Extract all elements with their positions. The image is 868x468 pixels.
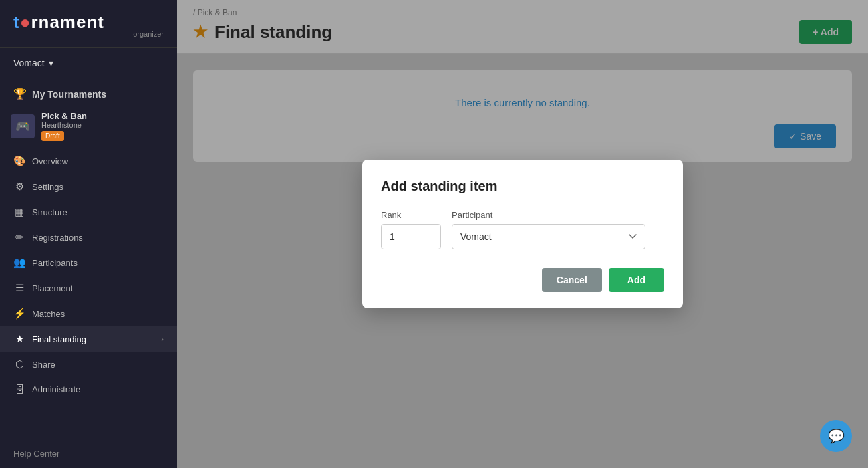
add-standing-modal: Add standing item Rank Participant Vomac… <box>362 160 683 308</box>
sidebar-item-label: Settings <box>32 182 63 192</box>
help-center-label: Help Center <box>13 449 59 459</box>
rank-field-group: Rank <box>381 210 441 249</box>
sidebar-item-label: Matches <box>32 309 65 319</box>
cancel-button[interactable]: Cancel <box>542 268 602 292</box>
chevron-right-icon: › <box>161 335 164 343</box>
participant-select[interactable]: Vomact <box>452 224 645 249</box>
administrate-icon: 🗄 <box>13 384 25 395</box>
sidebar-item-structure[interactable]: ▦ Structure <box>0 199 177 225</box>
logo: t●rnament organizer <box>0 0 177 48</box>
modal-title: Add standing item <box>381 179 664 194</box>
sidebar-item-label: Administrate <box>32 384 80 394</box>
settings-icon: ⚙ <box>13 181 25 193</box>
sidebar-item-label: Overview <box>32 156 68 166</box>
sidebar-item-matches[interactable]: ⚡ Matches <box>0 301 177 326</box>
tournament-item[interactable]: 🎮 Pick & Ban Hearthstone Draft <box>0 106 177 148</box>
my-tournaments-section: 🏆 My Tournaments <box>0 78 177 106</box>
sidebar-item-registrations[interactable]: ✏ Registrations <box>0 225 177 250</box>
modal-actions: Cancel Add <box>381 268 664 292</box>
trophy-icon: 🏆 <box>13 88 27 100</box>
sidebar-item-label: Share <box>32 360 55 370</box>
tournament-status-badge: Draft <box>41 131 64 141</box>
chevron-down-icon: ▾ <box>49 57 53 68</box>
participant-field-group: Participant Vomact <box>452 210 645 249</box>
tournament-name: Pick & Ban <box>41 111 166 121</box>
modal-fields: Rank Participant Vomact <box>381 210 664 249</box>
sidebar-item-settings[interactable]: ⚙ Settings <box>0 174 177 199</box>
tournament-game: Hearthstone <box>41 121 166 129</box>
sidebar-item-placement[interactable]: ☰ Placement <box>0 275 177 301</box>
chat-icon: 💬 <box>828 428 845 444</box>
rank-label: Rank <box>381 210 441 220</box>
cancel-label: Cancel <box>557 275 587 285</box>
logo-rest: rnament <box>31 12 104 32</box>
username: Vomact <box>13 57 45 68</box>
tournament-icon: 🎮 <box>11 114 35 138</box>
placement-icon: ☰ <box>13 282 25 294</box>
sidebar-item-label: Placement <box>32 283 73 294</box>
tournament-info: Pick & Ban Hearthstone Draft <box>41 111 166 141</box>
structure-icon: ▦ <box>13 206 25 218</box>
overview-icon: 🎨 <box>13 155 25 167</box>
sidebar-item-label: Participants <box>32 258 78 268</box>
chat-bubble[interactable]: 💬 <box>820 420 852 452</box>
sidebar-item-final-standing[interactable]: ★ Final standing › <box>0 326 177 352</box>
sidebar: t●rnament organizer Vomact ▾ 🏆 My Tourna… <box>0 0 177 468</box>
registrations-icon: ✏ <box>13 231 25 243</box>
main-content-area: / Pick & Ban ★ Final standing + Add Ther… <box>177 0 868 468</box>
rank-input[interactable] <box>381 224 441 249</box>
modal-add-button[interactable]: Add <box>609 268 664 292</box>
modal-add-label: Add <box>627 275 645 285</box>
sidebar-item-label: Final standing <box>32 334 86 344</box>
participant-label: Participant <box>452 210 645 220</box>
participants-icon: 👥 <box>13 257 25 269</box>
share-icon: ⬡ <box>13 358 25 370</box>
modal-overlay[interactable]: Add standing item Rank Participant Vomac… <box>177 0 868 468</box>
final-standing-icon: ★ <box>13 333 25 345</box>
sidebar-item-overview[interactable]: 🎨 Overview <box>0 148 177 174</box>
help-center-link[interactable]: Help Center <box>0 439 177 468</box>
sidebar-item-administrate[interactable]: 🗄 Administrate <box>0 377 177 402</box>
sidebar-item-label: Registrations <box>32 233 83 243</box>
sidebar-item-label: Structure <box>32 207 67 217</box>
sidebar-item-share[interactable]: ⬡ Share <box>0 352 177 377</box>
sidebar-nav: 🎨 Overview ⚙ Settings ▦ Structure ✏ Regi… <box>0 148 177 402</box>
logo-dot: ● <box>20 12 31 32</box>
logo-t: t <box>13 12 20 32</box>
user-menu[interactable]: Vomact ▾ <box>0 48 177 78</box>
my-tournaments-label: My Tournaments <box>32 89 106 100</box>
matches-icon: ⚡ <box>13 308 25 320</box>
sidebar-item-participants[interactable]: 👥 Participants <box>0 250 177 275</box>
